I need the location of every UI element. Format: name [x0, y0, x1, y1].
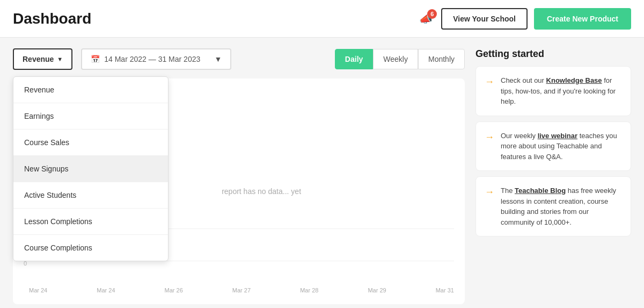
period-btn-monthly[interactable]: Monthly: [418, 49, 465, 69]
arrow-icon-2: →: [485, 132, 494, 143]
dropdown-item-course-completions[interactable]: Course Completions: [13, 235, 168, 261]
period-buttons: Daily Weekly Monthly: [335, 49, 465, 69]
x-label-2: Mar 26: [165, 287, 183, 293]
dropdown-item-active-students[interactable]: Active Students: [13, 182, 168, 209]
x-label-5: Mar 29: [368, 287, 386, 293]
notification-button[interactable]: 📣 6: [417, 10, 435, 27]
card-1-text: Check out our Knowledge Base for tips, h…: [501, 75, 622, 107]
x-label-6: Mar 31: [436, 287, 454, 293]
x-label-0: Mar 24: [29, 287, 47, 293]
dropdown-item-course-sales[interactable]: Course Sales: [13, 130, 168, 156]
dropdown-label: Revenue: [23, 55, 54, 63]
date-chevron-icon: ▼: [214, 55, 222, 63]
dropdown-item-earnings[interactable]: Earnings: [13, 103, 168, 130]
period-btn-weekly[interactable]: Weekly: [373, 49, 418, 69]
period-btn-daily[interactable]: Daily: [335, 49, 373, 69]
dropdown-item-lesson-completions[interactable]: Lesson Completions: [13, 209, 168, 235]
x-label-4: Mar 28: [300, 287, 318, 293]
view-school-button[interactable]: View Your School: [441, 8, 528, 30]
knowledge-base-link[interactable]: Knowledge Base: [546, 76, 602, 84]
metric-dropdown-menu: Revenue Earnings Course Sales New Signup…: [13, 76, 169, 261]
x-label-1: Mar 24: [97, 287, 115, 293]
x-axis-labels: Mar 24 Mar 24 Mar 26 Mar 27 Mar 28 Mar 2…: [29, 287, 454, 293]
no-data-message: report has no data... yet: [222, 187, 301, 196]
page-title: Dashboard: [13, 10, 417, 27]
x-label-3: Mar 27: [232, 287, 251, 293]
getting-started-title: Getting started: [475, 48, 631, 60]
info-card-blog: → The Teachable Blog has free weekly les…: [475, 176, 631, 237]
card-3-text: The Teachable Blog has free weekly lesso…: [501, 185, 622, 227]
live-webinar-link[interactable]: live webinar: [538, 132, 577, 140]
top-bar-actions: 📣 6 View Your School Create New Product: [417, 8, 631, 30]
dropdown-item-revenue[interactable]: Revenue: [13, 77, 168, 103]
date-range-text: 14 Mar 2022 — 31 Mar 2023: [104, 55, 200, 63]
main-content: Revenue ▼ Revenue Earnings Course Sales …: [0, 38, 644, 308]
info-card-knowledge-base: → Check out our Knowledge Base for tips,…: [475, 66, 631, 116]
top-bar: Dashboard 📣 6 View Your School Create Ne…: [0, 0, 644, 38]
metric-dropdown-button[interactable]: Revenue ▼: [13, 48, 72, 70]
create-product-button[interactable]: Create New Product: [534, 8, 631, 30]
notification-badge: 6: [427, 9, 437, 19]
left-panel: Revenue ▼ Revenue Earnings Course Sales …: [13, 48, 465, 297]
calendar-icon: 📅: [91, 55, 100, 63]
arrow-icon-1: →: [485, 76, 494, 88]
info-card-webinar: → Our weekly live webinar teaches you mo…: [475, 121, 631, 171]
chart-controls: Revenue ▼ Revenue Earnings Course Sales …: [13, 48, 465, 70]
chevron-down-icon: ▼: [57, 56, 63, 62]
card-2-text: Our weekly live webinar teaches you more…: [501, 131, 622, 162]
metric-dropdown-wrapper: Revenue ▼ Revenue Earnings Course Sales …: [13, 48, 72, 70]
arrow-icon-3: →: [485, 187, 494, 198]
right-sidebar: Getting started → Check out our Knowledg…: [475, 48, 631, 297]
date-range-button[interactable]: 📅 14 Mar 2022 — 31 Mar 2023 ▼: [81, 48, 231, 70]
dropdown-item-new-signups[interactable]: New Signups: [13, 156, 168, 182]
teachable-blog-link[interactable]: Teachable Blog: [515, 187, 566, 195]
